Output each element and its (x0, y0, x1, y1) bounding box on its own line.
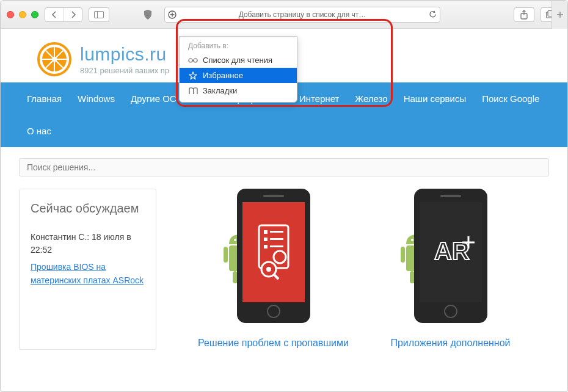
search-input[interactable] (19, 158, 549, 176)
svg-rect-31 (270, 231, 283, 233)
nav-item[interactable]: Железо (347, 82, 395, 115)
card-image (231, 189, 316, 329)
nav-item[interactable]: Главная (19, 82, 70, 115)
site-tagline: 8921 решений ваших пр (80, 66, 169, 75)
reload-button[interactable] (425, 10, 440, 18)
sidebar-widget: Сейчас обсуждаем Константин С.: 18 июля … (19, 189, 156, 350)
svg-point-22 (234, 239, 236, 241)
dropdown-item-favorites[interactable]: Избранное (180, 68, 297, 83)
svg-rect-25 (224, 247, 228, 263)
share-button[interactable] (514, 7, 534, 22)
nav-item[interactable]: Windows (70, 82, 123, 115)
reading-list-icon (188, 56, 198, 65)
card-image: AR (408, 189, 493, 329)
maximize-window-button[interactable] (31, 11, 38, 18)
svg-point-40 (411, 239, 413, 241)
card-title: Приложения дополненной (374, 336, 527, 350)
site-logo (37, 42, 71, 76)
dropdown-item-label: Избранное (203, 71, 243, 80)
nav-item[interactable]: Поиск Google (474, 82, 547, 115)
bookmark-icon (188, 87, 198, 95)
sidebar-toggle-button[interactable] (89, 7, 109, 22)
article-card[interactable]: AR Приложения дополненной (374, 189, 527, 350)
comment-meta: Константин С.: 18 июля в 22:52 (31, 231, 145, 256)
address-bar[interactable]: Добавить страницу в список для чт… (164, 7, 440, 23)
minimize-window-button[interactable] (19, 11, 26, 18)
article-card[interactable]: Решение проблем с пропавшими (197, 189, 350, 350)
svg-point-39 (266, 267, 271, 272)
nav-item[interactable]: Наши сервисы (396, 82, 475, 115)
shield-icon[interactable] (137, 7, 158, 22)
site-name: lumpics.ru (80, 44, 169, 65)
nav-item[interactable]: Интернет (291, 82, 347, 115)
svg-point-21 (52, 57, 57, 62)
star-icon (188, 71, 198, 80)
new-tab-button[interactable] (552, 1, 567, 29)
svg-rect-35 (270, 245, 283, 247)
toolbar: Добавить страницу в список для чт… (1, 1, 567, 29)
add-page-button[interactable] (165, 10, 180, 19)
svg-rect-34 (264, 245, 268, 249)
svg-rect-43 (401, 247, 405, 263)
svg-point-36 (274, 251, 286, 263)
card-title: Решение проблем с пропавшими (197, 336, 350, 350)
svg-point-12 (194, 59, 197, 62)
svg-rect-32 (264, 238, 268, 241)
close-window-button[interactable] (7, 11, 14, 18)
nav-item[interactable]: Другие ОС (123, 82, 184, 115)
dropdown-item-bookmarks[interactable]: Закладки (180, 83, 297, 98)
nav-item[interactable]: О нас (19, 115, 59, 147)
svg-line-38 (274, 274, 279, 279)
dropdown-heading: Добавить в: (180, 40, 297, 53)
forward-button[interactable] (64, 8, 82, 21)
svg-rect-33 (270, 238, 283, 240)
dropdown-item-label: Закладки (203, 86, 237, 95)
sidebar-title: Сейчас обсуждаем (31, 200, 145, 216)
dropdown-item-reading-list[interactable]: Список для чтения (180, 53, 297, 68)
svg-rect-30 (264, 230, 268, 234)
window-controls (7, 11, 38, 18)
nav-buttons (45, 7, 82, 22)
svg-rect-0 (95, 11, 104, 18)
address-bar-text: Добавить страницу в список для чт… (180, 10, 425, 19)
svg-point-11 (189, 59, 192, 62)
add-to-dropdown: Добавить в: Список для чтения Избранное … (179, 36, 297, 103)
comment-link[interactable]: Прошивка BIOS на материнских платах ASRo… (31, 262, 144, 285)
back-button[interactable] (45, 8, 64, 21)
dropdown-item-label: Список для чтения (203, 56, 272, 65)
